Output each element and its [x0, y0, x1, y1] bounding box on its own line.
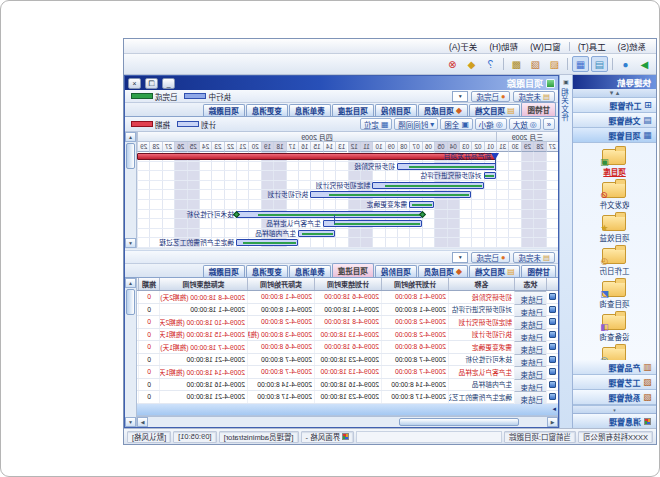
- scroll-down-arrow[interactable]: ▼: [125, 417, 136, 427]
- scroll-up-arrow[interactable]: ▲: [125, 278, 136, 288]
- tab-项目阶段[interactable]: 项目阶段: [375, 104, 417, 116]
- menu-item[interactable]: 关于(A): [443, 39, 483, 53]
- filter-未完成-button[interactable]: ▤未完成: [513, 91, 555, 102]
- tab-变更消息[interactable]: 变更消息: [246, 265, 288, 277]
- column-header-计划结束时间[interactable]: 计划结束时间: [314, 278, 381, 290]
- column-header-实际开始时间[interactable]: 实际开始时间: [247, 278, 314, 290]
- table-row[interactable]: 已结束对初步研究进行评估2009-4-1 8:00:002009-4-1 18:…: [137, 304, 558, 317]
- sidebar-group-工作管理[interactable]: ⊞工作管理: [573, 98, 656, 113]
- column-header-名称[interactable]: 名称: [448, 278, 514, 290]
- menu-item[interactable]: 窗口(W): [524, 39, 567, 53]
- sidebar-group-系统管理[interactable]: ▨系统管理: [573, 390, 656, 405]
- table-row[interactable]: 已结束初步研究阶段2009-4-1 8:00:002009-4-6 18:00:…: [137, 291, 558, 304]
- table-row[interactable]: 已结束执行初步计划2009-4-2 8:00:002009-4-13 18:00…: [137, 329, 558, 342]
- collapsed-panel-tab[interactable]: ▣ 相关文件: [559, 75, 572, 428]
- collapse-button[interactable]: «: [543, 118, 555, 130]
- sidebar-overflow-strip[interactable]: ▾: [573, 405, 656, 413]
- sidebar-item-工作日历[interactable]: ◷工作日历: [600, 245, 630, 276]
- sidebar-group-工艺管理[interactable]: ▧工艺管理: [573, 375, 656, 390]
- table-row[interactable]: 已结束生产客户认定样品2009-4-7 8:00:002009-4-13 18:…: [137, 366, 558, 379]
- scroll-up-arrow[interactable]: ▲: [125, 132, 136, 142]
- task-bar-生产内部样品[interactable]: [298, 230, 335, 237]
- task-bar-制定初步研究计划[interactable]: [372, 182, 483, 189]
- task-bar-执行初步计划[interactable]: [310, 191, 471, 198]
- tab-表单消息[interactable]: 表单消息: [289, 104, 331, 116]
- column-header-icon[interactable]: [546, 278, 558, 290]
- scroll-thumb[interactable]: [126, 143, 135, 169]
- tab-项目文档[interactable]: ▤项目文档: [469, 265, 521, 277]
- sidebar-group-项目管理[interactable]: ▦项目管理: [573, 128, 656, 143]
- task-bar-初步研究阶段[interactable]: [397, 163, 496, 170]
- tab-项目成员[interactable]: ◆项目成员: [418, 265, 468, 277]
- menu-item[interactable]: 系统(S): [612, 39, 652, 53]
- tab-表单消息[interactable]: 表单消息: [289, 265, 331, 277]
- message-management-button[interactable]: 消息管理: [573, 413, 656, 428]
- gantt-vertical-scrollbar[interactable]: ▲ ▼: [125, 132, 137, 248]
- lock-icon[interactable]: ◆: [463, 56, 480, 72]
- table-row[interactable]: 已结束确定生产所需的工艺过程2009-4-17 8:00:002009-4-23…: [137, 391, 558, 404]
- filter-dropdown[interactable]: ▼: [452, 252, 468, 263]
- globe-icon[interactable]: ●: [617, 56, 634, 72]
- scroll-thumb[interactable]: [126, 289, 135, 315]
- task-bar-确定生产所需的工艺过程[interactable]: [236, 239, 298, 246]
- table-row[interactable]: 已结束生产内部样品2009-4-14 8:00:002009-4-16 18:0…: [137, 379, 558, 392]
- column-header-状态[interactable]: 状态: [514, 278, 546, 290]
- sidebar-item-项目文档查找[interactable]: ◎项目文档查找: [592, 344, 637, 360]
- restore-button[interactable]: ❐: [145, 78, 158, 89]
- column-header-实际结束时间[interactable]: 实际结束时间: [159, 278, 247, 290]
- window-title-bar[interactable]: 项目跟踪 _ ❐ ×: [125, 76, 558, 90]
- column-header-拖期[interactable]: 拖期: [138, 278, 159, 290]
- tab-项目阶段[interactable]: 项目阶段: [375, 265, 417, 277]
- table-horizontal-scrollbar[interactable]: ◀▶: [137, 416, 558, 427]
- gantt-缩小-button[interactable]: ◎缩小: [475, 118, 507, 130]
- tab-甘特图[interactable]: 甘特图: [522, 102, 557, 116]
- scroll-down-arrow[interactable]: ▼: [125, 238, 136, 248]
- menu-item[interactable]: 工具(T): [572, 39, 612, 53]
- gantt-放大-button[interactable]: ◎放大: [509, 118, 541, 130]
- tab-项目跟踪[interactable]: 项目跟踪: [203, 104, 245, 116]
- sidebar-item-项目查询[interactable]: ◩项目查询: [600, 278, 630, 309]
- sidebar-group-文档管理[interactable]: ▤文档管理: [573, 113, 656, 128]
- sidebar-item-设备查询[interactable]: ◨设备查询: [600, 311, 630, 342]
- tab-变更消息[interactable]: 变更消息: [246, 104, 288, 116]
- sidebar-item-项目库[interactable]: ▣项目库: [603, 146, 627, 177]
- sidebar-item-项目效益[interactable]: ★项目效益: [600, 212, 630, 243]
- menu-item[interactable]: 帮助(H): [483, 39, 524, 53]
- scroll-right-arrow[interactable]: ▶: [137, 417, 148, 427]
- task-bar-需求变更确定[interactable]: [409, 201, 434, 208]
- filter-已完成-button[interactable]: ●已完成: [471, 252, 510, 263]
- chart-icon[interactable]: ▶: [636, 56, 653, 72]
- calendar-icon[interactable]: ▧: [546, 56, 563, 72]
- tab-项目进度[interactable]: 项目进度: [332, 263, 374, 277]
- scroll-thumb[interactable]: [399, 418, 519, 426]
- filter-未完成-button[interactable]: ▤未完成: [513, 252, 555, 263]
- gantt-时间间隔-button[interactable]: ▾时间间隔: [394, 118, 438, 130]
- filter-dropdown[interactable]: ▼: [452, 91, 468, 102]
- tab-项目跟踪[interactable]: 项目跟踪: [203, 265, 245, 277]
- help-icon[interactable]: ?: [482, 56, 499, 72]
- minimize-button[interactable]: _: [162, 78, 175, 89]
- table-row[interactable]: 已结束技术可行性分析2009-4-7 8:00:002009-4-23 18:0…: [137, 354, 558, 367]
- sidebar-group-产品管理[interactable]: ▥产品管理: [573, 360, 656, 375]
- exit-icon[interactable]: ⊗: [444, 56, 461, 72]
- tab-项目成员[interactable]: ◆项目成员: [418, 104, 468, 116]
- folder-view-icon[interactable]: ▦: [572, 56, 589, 72]
- notes-icon[interactable]: ▨: [527, 56, 544, 72]
- gantt-chart[interactable]: 三月 2009四月 200927282930310102030405060708…: [137, 132, 558, 248]
- table-row[interactable]: 已结束制定初步研究计划2009-4-2 8:00:002009-4-8 18:0…: [137, 316, 558, 329]
- sidebar-item-收发文件[interactable]: ⊘收发文件: [600, 179, 630, 210]
- tasks-icon[interactable]: ▩: [508, 56, 525, 72]
- gantt-全图-button[interactable]: ▣全图: [440, 118, 473, 130]
- selected-empty-row[interactable]: ▸: [137, 404, 558, 416]
- scroll-left-arrow[interactable]: ◀: [547, 417, 558, 427]
- tab-甘特图[interactable]: 甘特图: [522, 265, 557, 277]
- filter-已完成-button[interactable]: ●已完成: [471, 91, 510, 102]
- table-row[interactable]: 已结束需求变更确定2009-4-6 8:00:002009-4-6 18:00:…: [137, 341, 558, 354]
- column-header-计划开始时间[interactable]: 计划开始时间: [381, 278, 448, 290]
- sidebar-collapse-handle[interactable]: ▲▼: [573, 89, 656, 98]
- table-vertical-scrollbar[interactable]: ▲ ▼: [125, 278, 137, 427]
- task-bar-技术可行性分析[interactable]: [236, 211, 422, 218]
- task-bar-生产客户认定样品[interactable]: [323, 220, 422, 227]
- reports-icon[interactable]: ▤: [591, 56, 608, 72]
- tab-项目进度[interactable]: 项目进度: [332, 104, 374, 116]
